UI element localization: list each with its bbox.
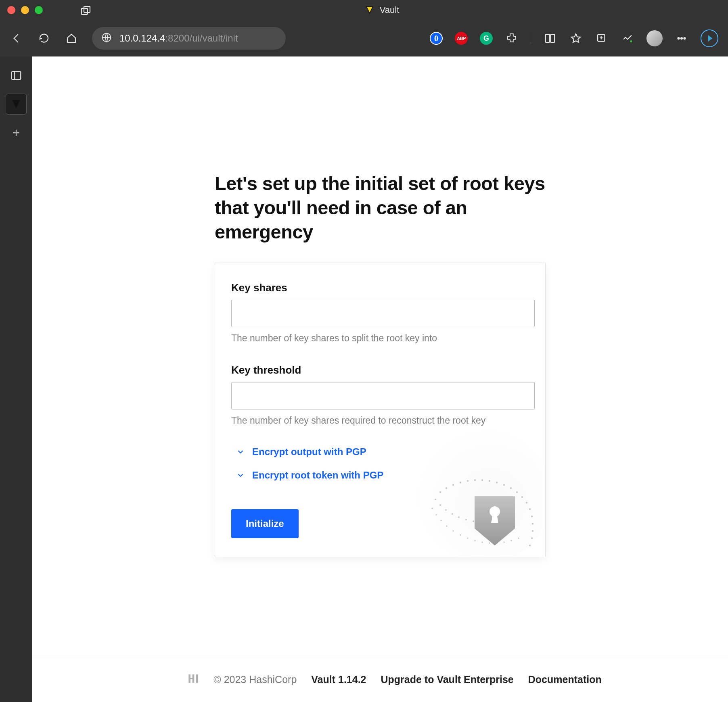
copilot-button[interactable] [701, 29, 718, 47]
sidebar-toggle-icon[interactable] [8, 67, 25, 84]
url-text: 10.0.124.4:8200/ui/vault/init [119, 33, 238, 44]
svg-rect-1 [84, 6, 90, 13]
svg-point-42 [473, 520, 474, 522]
footer-copyright: © 2023 HashiCorp [213, 674, 297, 685]
svg-point-44 [487, 521, 489, 523]
svg-rect-6 [550, 34, 554, 42]
svg-point-51 [467, 538, 469, 539]
svg-point-27 [516, 491, 518, 493]
browser-chrome: Vault 10.0.124.4:8200/ui/vault/init 0 AB… [0, 0, 728, 56]
svg-point-38 [445, 509, 447, 511]
svg-point-40 [458, 516, 460, 518]
initialize-button[interactable]: Initialize [231, 509, 299, 538]
svg-rect-12 [12, 71, 21, 79]
svg-point-45 [431, 508, 433, 510]
window-close-button[interactable] [7, 6, 15, 14]
svg-point-18 [452, 484, 454, 486]
svg-point-9 [678, 38, 680, 39]
vault-favicon [364, 5, 375, 15]
svg-point-52 [474, 540, 476, 542]
svg-point-28 [521, 496, 523, 498]
svg-point-58 [518, 538, 519, 539]
svg-point-46 [435, 514, 437, 516]
svg-point-53 [481, 542, 483, 543]
favorites-button[interactable] [569, 31, 583, 45]
svg-point-49 [452, 531, 454, 532]
svg-point-41 [465, 519, 467, 520]
performance-button[interactable] [621, 31, 634, 45]
svg-point-29 [526, 502, 527, 504]
ext-adblock-icon[interactable]: ABP [455, 32, 468, 45]
home-button[interactable] [65, 31, 78, 45]
ext-1password-icon[interactable]: 0 [430, 32, 443, 45]
svg-point-25 [503, 484, 505, 486]
svg-point-37 [439, 504, 441, 506]
window-minimize-button[interactable] [21, 6, 29, 14]
encrypt-root-token-pgp-label: Encrypt root token with PGP [252, 470, 383, 481]
key-threshold-help: The number of key shares required to rec… [231, 415, 529, 426]
hashicorp-logo-icon [188, 673, 199, 687]
svg-point-47 [440, 520, 442, 522]
key-threshold-label: Key threshold [231, 364, 529, 376]
key-threshold-input[interactable] [231, 382, 535, 410]
svg-point-55 [496, 543, 498, 544]
key-shares-input[interactable] [231, 300, 535, 327]
collections-button[interactable] [595, 31, 609, 45]
init-form-card: Key shares The number of key shares to s… [215, 263, 546, 557]
sidebar-tab-vault[interactable] [6, 94, 27, 115]
key-shares-help: The number of key shares to split the ro… [231, 333, 529, 344]
svg-point-31 [531, 516, 533, 517]
page-heading: Let's set up the initial set of root key… [215, 171, 546, 244]
window-maximize-button[interactable] [35, 6, 43, 14]
toolbar-separator [531, 32, 531, 44]
svg-point-33 [532, 530, 533, 532]
page-footer: © 2023 HashiCorp Vault 1.14.2 Upgrade to… [32, 657, 728, 702]
site-info-icon[interactable] [101, 32, 112, 45]
url-bar[interactable]: 10.0.124.4:8200/ui/vault/init [92, 27, 286, 50]
svg-point-11 [684, 38, 686, 39]
svg-point-39 [452, 513, 453, 515]
browser-sidebar: + [0, 56, 32, 702]
reload-button[interactable] [37, 31, 51, 45]
svg-point-35 [529, 545, 531, 546]
svg-point-17 [446, 487, 447, 489]
svg-point-30 [529, 508, 531, 510]
more-menu-button[interactable] [675, 31, 688, 45]
svg-point-34 [531, 537, 533, 539]
profile-avatar[interactable] [646, 30, 663, 46]
footer-version: Vault 1.14.2 [311, 674, 366, 685]
footer-documentation-link[interactable]: Documentation [528, 674, 602, 685]
svg-point-36 [435, 499, 436, 500]
svg-point-32 [532, 523, 533, 524]
svg-point-57 [510, 540, 512, 542]
svg-point-8 [630, 40, 632, 42]
svg-point-56 [503, 542, 505, 543]
encrypt-root-token-pgp-toggle[interactable]: Encrypt root token with PGP [236, 470, 529, 481]
svg-rect-5 [546, 34, 550, 42]
page-content: Let's set up the initial set of root key… [32, 56, 728, 702]
reader-mode-button[interactable] [543, 31, 557, 45]
extensions-button[interactable] [505, 31, 519, 45]
ext-grammarly-icon[interactable]: G [480, 32, 493, 45]
chevron-down-icon [236, 447, 245, 456]
svg-point-48 [446, 526, 448, 527]
svg-point-59 [490, 506, 500, 517]
encrypt-output-pgp-label: Encrypt output with PGP [252, 446, 366, 458]
svg-point-50 [460, 535, 461, 536]
svg-point-24 [496, 482, 498, 483]
svg-point-10 [681, 38, 682, 39]
tab-group-icon[interactable] [79, 4, 93, 18]
svg-point-16 [439, 491, 441, 493]
key-shares-label: Key shares [231, 282, 529, 294]
footer-upgrade-link[interactable]: Upgrade to Vault Enterprise [381, 674, 514, 685]
tab-title: Vault [380, 5, 400, 15]
svg-point-43 [480, 521, 481, 523]
chevron-down-icon [236, 471, 245, 480]
back-button[interactable] [10, 31, 23, 45]
svg-point-19 [460, 482, 461, 483]
svg-point-54 [489, 543, 490, 544]
sidebar-add-tab[interactable]: + [8, 124, 25, 141]
svg-rect-0 [82, 8, 88, 15]
encrypt-output-pgp-toggle[interactable]: Encrypt output with PGP [236, 446, 529, 458]
svg-point-26 [510, 487, 512, 489]
